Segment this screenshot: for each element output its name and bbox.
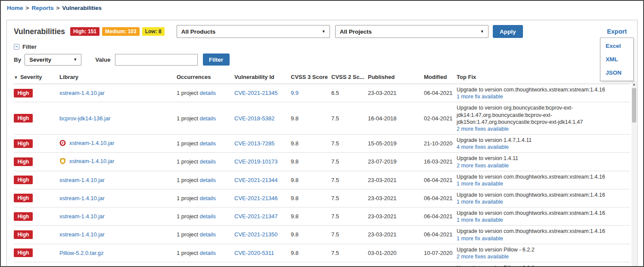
library-link[interactable]: xstream-1.4.10.jar — [59, 231, 105, 238]
more-fixes-link[interactable]: 1 more fix available — [457, 236, 503, 242]
published-date: 23-03-2021 — [368, 171, 424, 189]
col-published[interactable]: Published — [368, 71, 424, 84]
table-row: High xstream-1.4.10.jar 1 project detail… — [14, 153, 630, 171]
cve-link[interactable]: CVE-2021-21347 — [234, 213, 277, 220]
severity-badge: High — [14, 248, 33, 257]
table-row: High xstream-1.4.10.jar 1 project detail… — [14, 171, 630, 189]
details-link[interactable]: details — [200, 115, 216, 122]
cve-link[interactable]: CVE-2021-21344 — [234, 177, 277, 183]
apply-button[interactable]: Apply — [493, 25, 523, 38]
col-vulnerability-id[interactable]: Vulnerability Id — [234, 71, 291, 84]
breadcrumb-home-link[interactable]: Home — [7, 5, 23, 11]
collapse-icon[interactable]: − — [14, 44, 19, 50]
breadcrumb-separator: > — [26, 5, 29, 11]
vulnerabilities-report-page: Home>Reports>Vulnerabilities Vulnerabili… — [0, 0, 644, 267]
cve-link[interactable]: CVE-2021-21345 — [234, 90, 277, 96]
cvss3-score: 9.8 — [291, 135, 331, 153]
details-link[interactable]: details — [200, 90, 216, 96]
cvss3-score: 9.9 — [291, 84, 331, 102]
breadcrumb-separator: > — [56, 5, 59, 11]
cvss2-score: 7.5 — [331, 189, 368, 207]
col-occurrences[interactable]: Occurrences — [177, 71, 234, 84]
vertical-scrollbar[interactable]: ▲ — [632, 81, 637, 267]
cvss2-score: 7.5 — [331, 226, 368, 244]
library-link[interactable]: xstream-1.4.10.jar — [59, 213, 105, 220]
occurrences-text: 1 project — [177, 250, 198, 256]
more-fixes-link[interactable]: 2 more fixes available — [457, 254, 509, 260]
library-link[interactable]: xstream-1.4.10.jar — [59, 195, 105, 201]
col-severity[interactable]: ▼Severity — [14, 71, 59, 84]
value-label: Value — [95, 57, 110, 63]
projects-select[interactable]: All Projects ▼ — [335, 25, 488, 38]
filter-button[interactable]: Filter — [203, 53, 230, 66]
more-fixes-link[interactable]: 1 more fix available — [457, 217, 503, 223]
occurrences-text: 1 project — [177, 195, 198, 201]
cve-link[interactable]: CVE-2013-7285 — [234, 140, 274, 147]
more-fixes-link[interactable]: 2 more fixes available — [457, 126, 509, 132]
vulnerabilities-table: ▼Severity Library Occurrences Vulnerabil… — [14, 71, 630, 267]
export-link[interactable]: Export — [607, 28, 627, 35]
more-fixes-link[interactable]: 1 more fix available — [457, 94, 503, 100]
cvss2-score: 7.5 — [331, 207, 368, 226]
cve-link[interactable]: CVE-2021-21350 — [234, 231, 277, 238]
export-excel-item[interactable]: Excel — [600, 39, 633, 53]
library-link[interactable]: xstream-1.4.10.jar — [59, 177, 105, 183]
cve-link[interactable]: CVE-2021-21346 — [234, 195, 277, 201]
cve-link[interactable]: CVE-2020-5311 — [234, 250, 274, 256]
col-cvss3-score[interactable]: CVSS 3 Score — [291, 71, 331, 84]
table-row: High bcprov-jdk14-136.jar 1 project deta… — [14, 102, 630, 135]
more-fixes-link[interactable]: 1 more fix available — [457, 181, 503, 187]
page-title: Vulnerabilities — [14, 27, 65, 36]
col-cvss2-score[interactable]: CVSS 2 Sc... — [331, 71, 368, 84]
occurrences-text: 1 project — [177, 231, 198, 238]
filter-by-select[interactable]: Severity ▼ — [25, 54, 81, 66]
export-xml-item[interactable]: XML — [600, 53, 633, 66]
top-fix-text: Upgrade to version com.thoughtworks.xstr… — [457, 173, 628, 180]
details-link[interactable]: details — [200, 195, 216, 201]
severity-badge: High — [14, 139, 33, 148]
cvss3-score: 9.8 — [291, 189, 331, 207]
more-fixes-link[interactable]: 4 more fixes available — [457, 144, 509, 150]
severity-badge: High — [14, 212, 33, 221]
scrollbar-thumb[interactable] — [632, 88, 636, 123]
export-menu: Excel XML JSON — [600, 38, 634, 81]
published-date: 15-05-2019 — [368, 135, 424, 153]
library-link[interactable]: xstream-1.4.10.jar — [69, 158, 115, 164]
breadcrumb-reports-link[interactable]: Reports — [31, 5, 53, 11]
details-link[interactable]: details — [200, 213, 216, 220]
occurrences-text: 1 project — [177, 177, 198, 183]
col-modified[interactable]: Modified — [424, 71, 457, 84]
chevron-down-icon: ▼ — [322, 29, 326, 34]
breadcrumb: Home>Reports>Vulnerabilities — [1, 1, 643, 11]
details-link[interactable]: details — [200, 177, 216, 183]
more-fixes-link[interactable]: 2 more fixes available — [457, 163, 509, 169]
modified-date: 10-07-2020 — [424, 244, 457, 262]
sort-desc-icon: ▼ — [14, 75, 18, 80]
export-json-item[interactable]: JSON — [600, 66, 633, 79]
filter-value-input[interactable] — [115, 54, 198, 66]
library-link[interactable]: xstream-1.4.10.jar — [59, 90, 105, 96]
published-date: 23-07-2019 — [368, 153, 424, 171]
products-select[interactable]: All Products ▼ — [177, 25, 330, 38]
top-fix-text: Upgrade to version com.thoughtworks.xstr… — [457, 192, 628, 198]
filter-section-label: Filter — [22, 44, 37, 50]
cvss3-score: 9.8 — [291, 244, 331, 262]
cve-link[interactable]: CVE-2018-5382 — [234, 115, 274, 122]
cve-link[interactable]: CVE-2019-10173 — [234, 158, 277, 165]
products-select-value: All Products — [181, 28, 216, 35]
modified-date: 21-10-2020 — [424, 135, 457, 153]
severity-badge: High — [14, 176, 33, 184]
library-link[interactable]: xstream-1.4.10.jar — [69, 140, 115, 146]
scroll-up-icon[interactable]: ▲ — [632, 81, 637, 87]
details-link[interactable]: details — [200, 158, 216, 165]
published-date: 23-03-2021 — [368, 226, 424, 244]
library-link[interactable]: Pillow-5.2.0.tar.gz — [59, 250, 104, 256]
col-library[interactable]: Library — [59, 71, 177, 84]
details-link[interactable]: details — [200, 140, 216, 147]
details-link[interactable]: details — [200, 231, 216, 238]
table-header-row: ▼Severity Library Occurrences Vulnerabil… — [14, 71, 630, 84]
published-date: 03-01-2020 — [368, 244, 424, 262]
details-link[interactable]: details — [200, 250, 216, 256]
library-link[interactable]: bcprov-jdk14-136.jar — [59, 115, 111, 122]
more-fixes-link[interactable]: 1 more fix available — [457, 199, 503, 205]
